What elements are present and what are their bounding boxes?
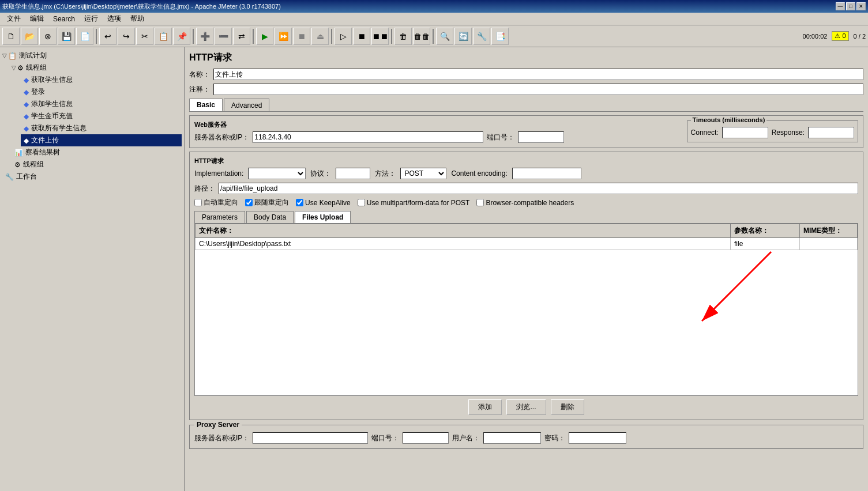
- proxy-port-label: 端口号：: [371, 433, 399, 443]
- path-input[interactable]: [219, 183, 858, 194]
- table-row: C:\Users\jijin\Desktop\pass.txt file: [196, 238, 858, 250]
- auto-redirect-checkbox[interactable]: [194, 199, 202, 206]
- separator-3: [253, 29, 254, 44]
- impl-select[interactable]: HttpClient4 Java: [248, 168, 306, 179]
- multipart-checkbox[interactable]: [358, 199, 365, 206]
- tab-advanced[interactable]: Advanced: [224, 99, 269, 111]
- thread-group-label: 线程组: [26, 63, 47, 73]
- browser-headers-checkbox[interactable]: [476, 199, 484, 206]
- sidebar-item-login[interactable]: ◆ 登录: [21, 86, 182, 98]
- clear-all-button[interactable]: 🗑🗑: [413, 28, 430, 45]
- port-input[interactable]: [518, 131, 564, 143]
- save-as-button[interactable]: 📄: [76, 28, 93, 45]
- separator-6: [433, 29, 434, 44]
- sidebar-item-view-results[interactable]: 📊 察看结果树: [12, 146, 182, 158]
- tab-basic[interactable]: Basic: [189, 99, 223, 111]
- remote-start-button[interactable]: ▷: [335, 28, 352, 45]
- follow-redirect-checkbox[interactable]: [245, 199, 253, 206]
- shutdown-button[interactable]: ⏏: [311, 28, 329, 45]
- tab-files-upload[interactable]: Files Upload: [295, 211, 351, 223]
- sidebar-item-add-student[interactable]: ◆ 添加学生信息: [21, 98, 182, 110]
- run-button[interactable]: ▶: [256, 28, 273, 45]
- menu-edit[interactable]: 编辑: [25, 13, 48, 25]
- login-label: 登录: [31, 87, 45, 97]
- comment-input[interactable]: [213, 84, 863, 95]
- collapse-button[interactable]: ➖: [215, 28, 232, 45]
- new-button[interactable]: 🗋: [2, 28, 20, 45]
- menu-run[interactable]: 运行: [80, 13, 103, 25]
- clear-button[interactable]: 🗑: [394, 28, 412, 45]
- cut-button[interactable]: ✂: [136, 28, 153, 45]
- separator-4: [331, 29, 332, 44]
- sidebar-item-get-all[interactable]: ◆ 获取所有学生信息: [21, 122, 182, 134]
- sidebar-item-thread-group[interactable]: ▽ ⚙ 线程组: [12, 62, 182, 74]
- tab-body-data[interactable]: Body Data: [246, 211, 294, 223]
- template-button[interactable]: 📑: [491, 28, 509, 45]
- proxy-pass-input[interactable]: [569, 432, 626, 444]
- method-select[interactable]: POST GET PUT DELETE: [400, 168, 446, 179]
- toggle-button[interactable]: ⇄: [233, 28, 250, 45]
- add-button[interactable]: 添加: [468, 399, 502, 415]
- timer-display: 00:00:02: [803, 33, 828, 40]
- save-button[interactable]: 💾: [58, 28, 75, 45]
- encoding-input[interactable]: [512, 168, 581, 179]
- server-input[interactable]: [253, 131, 483, 143]
- server-row: 服务器名称或IP： 端口号：: [194, 131, 682, 143]
- proxy-port-input[interactable]: [403, 432, 449, 444]
- toolbar-right: 00:00:02 ⚠ 0 0 / 2: [803, 31, 866, 41]
- browser-headers-text: Browser-compatible headers: [486, 199, 574, 207]
- proxy-section: Proxy Server 服务器名称或IP： 端口号： 用户名： 密码：: [189, 425, 863, 449]
- redo-button[interactable]: ↪: [118, 28, 135, 45]
- sidebar-item-test-plan[interactable]: ▽ 📋 测试计划: [2, 50, 182, 62]
- keepalive-checkbox[interactable]: [296, 199, 303, 206]
- protocol-input[interactable]: [336, 168, 370, 179]
- http-req-title: HTTP请求: [194, 157, 858, 165]
- files-table-container: 文件名称： 参数名称： MIME类型： C:\Users\jijin\Deskt…: [194, 223, 858, 396]
- sidebar-item-get-student[interactable]: ◆ 获取学生信息: [21, 74, 182, 86]
- open-button[interactable]: 📂: [21, 28, 38, 45]
- keepalive-label: Use KeepAlive: [296, 199, 351, 207]
- remote-stop-all-button[interactable]: ⏹⏹: [371, 28, 389, 45]
- connect-input[interactable]: [722, 127, 768, 138]
- expand-icon-as: [21, 101, 22, 107]
- stop-button[interactable]: ⏹: [293, 28, 310, 45]
- delete-button[interactable]: 删除: [551, 399, 584, 415]
- sidebar-item-file-upload[interactable]: ◆ 文件上传: [21, 134, 182, 146]
- menu-options[interactable]: 选项: [103, 13, 126, 25]
- close-button-tb[interactable]: ⊗: [39, 28, 57, 45]
- remote-stop-button[interactable]: ⏹: [353, 28, 370, 45]
- content-area: HTTP请求 名称： 注释： Basic Advanced Web服务器 服务器…: [185, 47, 868, 491]
- sidebar-item-workbench[interactable]: 🔧 工作台: [2, 171, 182, 183]
- tab-parameters[interactable]: Parameters: [194, 211, 245, 223]
- file-upload-icon: ◆: [24, 137, 29, 145]
- menu-help[interactable]: 帮助: [126, 13, 149, 25]
- title-text: 获取学生信息.jmx (C:\Users\jijin\Desktop\jmete…: [2, 2, 281, 11]
- sidebar-item-thread-group2[interactable]: ⚙ 线程组: [12, 158, 182, 171]
- undo-button[interactable]: ↩: [99, 28, 117, 45]
- maximize-button[interactable]: □: [846, 2, 855, 10]
- menu-search[interactable]: Search: [48, 14, 80, 24]
- paste-button[interactable]: 📌: [173, 28, 190, 45]
- browser-headers-label: Browser-compatible headers: [476, 199, 574, 207]
- proxy-user-input[interactable]: [483, 432, 541, 444]
- timeouts-title: Timeouts (milliseconds): [691, 116, 767, 123]
- name-input[interactable]: [213, 69, 863, 80]
- workbench-icon: 🔧: [5, 173, 14, 181]
- minimize-button[interactable]: —: [836, 2, 845, 10]
- function-helper-button[interactable]: 🔧: [473, 28, 490, 45]
- search-button[interactable]: 🔍: [436, 28, 453, 45]
- menu-file[interactable]: 文件: [2, 13, 25, 25]
- expand-button[interactable]: ➕: [196, 28, 213, 45]
- timeouts-row: Connect: Response:: [691, 127, 854, 138]
- start-no-pauses-button[interactable]: ⏩: [275, 28, 292, 45]
- copy-button[interactable]: 📋: [155, 28, 172, 45]
- response-input[interactable]: [808, 127, 854, 138]
- expand-icon-gs: [21, 77, 22, 83]
- http-request-section: HTTP请求 Implementation: HttpClient4 Java …: [189, 152, 863, 420]
- close-button[interactable]: ✕: [856, 2, 866, 10]
- proxy-server-input[interactable]: [253, 432, 368, 444]
- test-plan-icon: 📋: [8, 52, 17, 60]
- reset-search-button[interactable]: 🔄: [454, 28, 472, 45]
- sidebar-item-recharge[interactable]: ◆ 学生金币充值: [21, 110, 182, 122]
- browse-button[interactable]: 浏览...: [506, 399, 546, 415]
